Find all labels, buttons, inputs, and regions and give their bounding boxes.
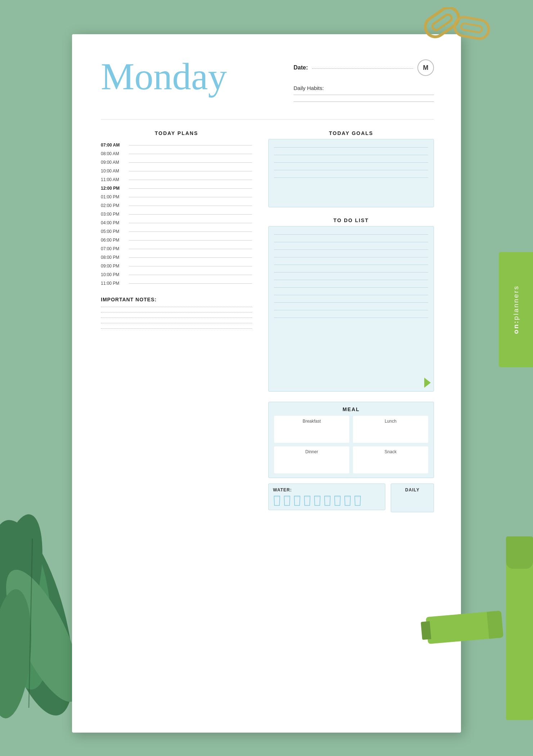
right-column: TODAY GOALS TO DO LIST xyxy=(268,130,434,512)
todo-line-12 xyxy=(274,314,428,318)
meal-snack-cell: Snack xyxy=(353,446,428,473)
time-label-1200: 12:00 PM xyxy=(101,186,129,191)
time-label-1100pm: 11:00 PM xyxy=(101,281,129,286)
time-label-0900: 09:00 AM xyxy=(101,160,129,165)
todo-line-4 xyxy=(274,253,428,257)
glass-3 xyxy=(293,495,301,506)
notes-line-4 xyxy=(101,323,252,323)
time-label-1100: 11:00 AM xyxy=(101,177,129,182)
today-goals-section: TODAY GOALS xyxy=(268,130,434,207)
glass-5 xyxy=(313,495,321,506)
time-slot-0500pm: 05:00 PM xyxy=(101,229,252,234)
time-slot-0800: 08:00 AM xyxy=(101,151,252,156)
todo-line-8 xyxy=(274,284,428,288)
goals-line-5 xyxy=(274,174,428,178)
highlighter-decoration xyxy=(502,540,533,720)
habits-line-1 xyxy=(294,95,434,95)
meal-lunch-cell: Lunch xyxy=(353,416,428,443)
todo-line-6 xyxy=(274,269,428,273)
notes-line-5 xyxy=(101,328,252,329)
goals-line-4 xyxy=(274,166,428,170)
time-line-1200 xyxy=(129,188,252,189)
onplanners-text: on:planners xyxy=(512,285,520,334)
goals-line-2 xyxy=(274,151,428,155)
time-slot-1000: 10:00 AM xyxy=(101,168,252,174)
glass-2 xyxy=(283,495,291,506)
time-line-1100pm xyxy=(129,283,252,284)
meal-grid: Breakfast Lunch Dinner Snack xyxy=(274,416,428,473)
time-slot-0100pm: 01:00 PM xyxy=(101,194,252,199)
todo-line-11 xyxy=(274,306,428,310)
todo-box xyxy=(268,226,434,392)
time-line-0700 xyxy=(129,145,252,145)
goals-line-1 xyxy=(274,144,428,148)
time-label-0400pm: 04:00 PM xyxy=(101,220,129,225)
meal-dinner-label: Dinner xyxy=(277,449,346,454)
time-line-0200pm xyxy=(129,206,252,206)
goals-box xyxy=(268,139,434,207)
time-line-1000pm xyxy=(129,275,252,275)
time-slot-0200pm: 02:00 PM xyxy=(101,203,252,208)
date-row: Date: M xyxy=(294,59,434,76)
todo-line-5 xyxy=(274,261,428,265)
main-divider xyxy=(101,119,434,120)
today-goals-title: TODAY GOALS xyxy=(268,130,434,136)
time-label-0100pm: 01:00 PM xyxy=(101,194,129,199)
time-slot-0800pm: 08:00 PM xyxy=(101,255,252,260)
time-label-0300pm: 03:00 PM xyxy=(101,212,129,217)
notes-line-1 xyxy=(101,307,252,307)
today-plans-title: TODAY PLANS xyxy=(101,130,252,136)
monday-circle: M xyxy=(417,59,434,76)
todo-line-3 xyxy=(274,246,428,250)
main-content: TODAY PLANS 07:00 AM 08:00 AM 09:00 AM 1… xyxy=(101,130,434,512)
time-slot-1100: 11:00 AM xyxy=(101,177,252,182)
planner-page: Monday Date: M Daily Habits: TOD xyxy=(72,34,461,733)
day-title: Monday xyxy=(101,56,227,98)
glass-6 xyxy=(323,495,331,506)
water-section: WATER: xyxy=(268,483,385,510)
time-slot-0400pm: 04:00 PM xyxy=(101,220,252,225)
day-title-area: Monday xyxy=(101,54,227,98)
time-slot-1100pm: 11:00 PM xyxy=(101,281,252,286)
time-label-0600pm: 06:00 PM xyxy=(101,238,129,243)
time-line-1000 xyxy=(129,171,252,171)
meal-title: MEAL xyxy=(274,406,428,412)
time-slot-0700: 07:00 AM xyxy=(101,143,252,148)
date-label: Date: xyxy=(294,64,308,71)
notes-line-3 xyxy=(101,318,252,318)
time-label-0900pm: 09:00 PM xyxy=(101,264,129,269)
glass-1 xyxy=(273,495,281,506)
meal-lunch-label: Lunch xyxy=(356,419,425,424)
daily-habits-label: Daily Habits: xyxy=(294,85,434,91)
notes-line-2 xyxy=(101,312,252,312)
time-slot-0900pm: 09:00 PM xyxy=(101,264,252,269)
time-label-1000pm: 10:00 PM xyxy=(101,272,129,277)
time-line-0800pm xyxy=(129,257,252,258)
water-daily-section: WATER: DAILY xyxy=(268,483,434,512)
meal-section: MEAL Breakfast Lunch Dinner Snack xyxy=(268,402,434,478)
time-slot-1200: 12:00 PM xyxy=(101,186,252,191)
time-line-0600pm xyxy=(129,240,252,240)
onplanners-badge: on:planners xyxy=(499,252,533,367)
time-slot-0600pm: 06:00 PM xyxy=(101,238,252,243)
todo-line-2 xyxy=(274,238,428,242)
time-line-0100pm xyxy=(129,197,252,197)
time-slot-0300pm: 03:00 PM xyxy=(101,212,252,217)
date-line xyxy=(312,68,413,69)
time-label-0800: 08:00 AM xyxy=(101,151,129,156)
glass-4 xyxy=(303,495,311,506)
time-line-0700pm xyxy=(129,249,252,249)
todo-line-9 xyxy=(274,291,428,295)
header-section: Monday Date: M Daily Habits: xyxy=(101,54,434,108)
water-glasses xyxy=(273,495,381,506)
time-label-0200pm: 02:00 PM xyxy=(101,203,129,208)
time-line-0500pm xyxy=(129,231,252,232)
time-line-0400pm xyxy=(129,223,252,223)
header-right: Date: M Daily Habits: xyxy=(294,54,434,108)
time-line-0300pm xyxy=(129,214,252,215)
glass-7 xyxy=(333,495,341,506)
time-label-0800pm: 08:00 PM xyxy=(101,255,129,260)
meal-dinner-cell: Dinner xyxy=(274,446,349,473)
habits-line-2 xyxy=(294,102,434,102)
time-line-1100 xyxy=(129,180,252,180)
